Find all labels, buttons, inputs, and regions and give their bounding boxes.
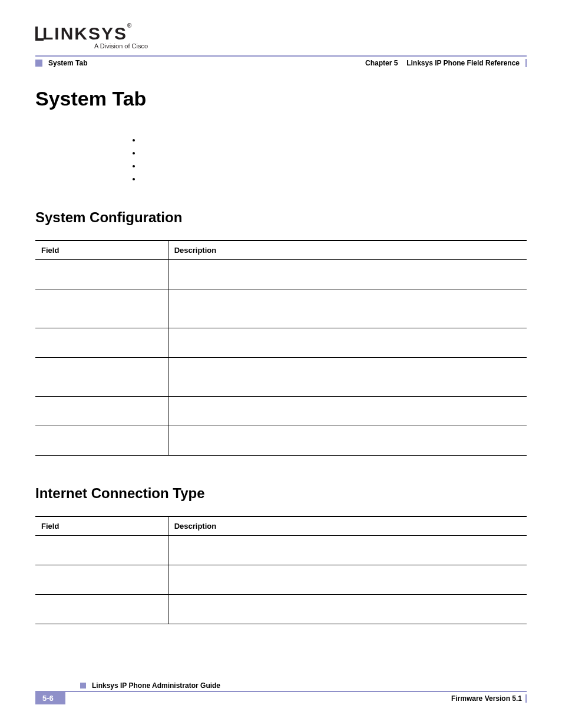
cell-field — [35, 536, 168, 565]
footer-guide-title: Linksys IP Phone Administrator Guide — [92, 681, 220, 690]
chapter-title: Linksys IP Phone Field Reference — [406, 59, 520, 67]
table-row — [35, 260, 527, 289]
page-title: System Tab — [35, 87, 527, 110]
cell-field — [35, 397, 168, 426]
breadcrumb-marker-icon — [35, 60, 42, 67]
footer-marker-icon — [80, 683, 86, 689]
column-header-description: Description — [168, 241, 527, 260]
section-system-configuration: System Configuration — [35, 209, 527, 226]
cell-field — [35, 328, 168, 358]
chapter-label: Chapter 5 — [365, 59, 398, 67]
logo-brand-text: LINKSYS — [42, 24, 127, 43]
table-row — [35, 397, 527, 426]
cell-description — [168, 426, 527, 456]
list-item — [141, 134, 527, 147]
footer-sep-icon — [525, 694, 527, 703]
table-row — [35, 426, 527, 456]
column-header-description: Description — [168, 516, 527, 536]
cell-description — [168, 397, 527, 426]
cell-field — [35, 595, 168, 624]
cell-field — [35, 426, 168, 456]
cell-field — [35, 289, 168, 328]
cell-description — [168, 595, 527, 624]
table-row — [35, 328, 527, 358]
list-item — [141, 147, 527, 160]
cell-description — [168, 536, 527, 565]
registered-mark: ® — [127, 22, 133, 29]
brand-logo: LINKSYS® A Division of Cisco — [35, 24, 148, 50]
cell-description — [168, 358, 527, 397]
breadcrumb-text: System Tab — [48, 59, 87, 67]
cell-description — [168, 565, 527, 595]
cell-field — [35, 260, 168, 289]
section-internet-connection-type: Internet Connection Type — [35, 485, 527, 502]
cell-description — [168, 260, 527, 289]
list-item — [141, 160, 527, 173]
logo-l-glyph — [35, 27, 44, 41]
column-header-field: Field — [35, 241, 168, 260]
cell-field — [35, 358, 168, 397]
table-row — [35, 565, 527, 595]
header-sep-icon — [525, 59, 527, 67]
table-row — [35, 289, 527, 328]
table-row — [35, 358, 527, 397]
cell-description — [168, 328, 527, 358]
page-number: 5-6 — [35, 692, 65, 704]
toc-bullet-list — [141, 134, 527, 186]
column-header-field: Field — [35, 516, 168, 536]
firmware-version: Firmware Version 5.1 — [451, 694, 522, 703]
list-item — [141, 173, 527, 186]
cell-field — [35, 565, 168, 595]
internet-connection-type-table: Field Description — [35, 516, 527, 624]
cell-description — [168, 289, 527, 328]
header-divider — [35, 55, 527, 57]
table-row — [35, 536, 527, 565]
table-row — [35, 595, 527, 624]
system-configuration-table: Field Description — [35, 240, 527, 456]
